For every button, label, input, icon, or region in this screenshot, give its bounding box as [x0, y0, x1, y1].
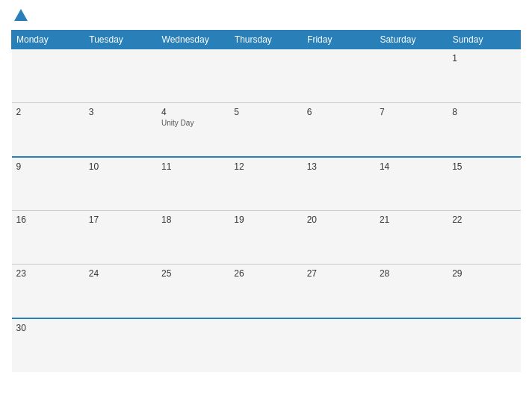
day-number: 20	[307, 214, 371, 225]
day-number: 18	[161, 214, 225, 225]
day-cell: 21	[375, 211, 448, 265]
day-number: 12	[234, 161, 297, 172]
day-cell: 20	[303, 211, 375, 265]
day-cell: 29	[448, 265, 520, 318]
week-row-4: 23242526272829	[12, 265, 521, 318]
calendar-page: MondayTuesdayWednesdayThursdayFridaySatu…	[0, 0, 532, 411]
logo-icon	[13, 7, 29, 24]
day-number: 15	[452, 161, 516, 172]
day-cell: 16	[12, 211, 84, 265]
day-cell	[303, 49, 375, 103]
day-number: 8	[452, 107, 516, 117]
day-number: 23	[16, 268, 80, 279]
day-number: 10	[89, 161, 152, 172]
weekday-header-row: MondayTuesdayWednesdayThursdayFridaySatu…	[12, 31, 521, 49]
day-cell: 8	[448, 103, 520, 157]
day-cell: 6	[303, 103, 375, 157]
day-number: 13	[307, 161, 371, 172]
week-row-1: 234Unity Day5678	[12, 103, 521, 157]
day-number: 19	[234, 214, 297, 225]
day-cell	[448, 318, 520, 372]
svg-marker-0	[14, 9, 28, 21]
week-row-5: 30	[12, 318, 521, 372]
header	[11, 7, 521, 24]
day-number: 14	[380, 161, 443, 172]
day-cell: 24	[84, 265, 157, 318]
day-cell: 10	[84, 157, 157, 211]
week-row-3: 16171819202122	[12, 211, 521, 265]
calendar-body: 1234Unity Day567891011121314151617181920…	[12, 49, 521, 372]
day-cell	[157, 318, 229, 372]
day-cell	[229, 49, 302, 103]
calendar-header: MondayTuesdayWednesdayThursdayFridaySatu…	[12, 31, 521, 49]
day-cell: 2	[12, 103, 84, 157]
day-number: 11	[161, 161, 225, 172]
day-cell: 22	[448, 211, 520, 265]
weekday-header-friday: Friday	[303, 31, 375, 49]
day-number: 6	[307, 107, 371, 117]
weekday-header-tuesday: Tuesday	[84, 31, 157, 49]
day-cell: 17	[84, 211, 157, 265]
day-cell: 14	[375, 157, 448, 211]
day-cell: 28	[375, 265, 448, 318]
weekday-header-saturday: Saturday	[375, 31, 448, 49]
day-cell: 19	[229, 211, 302, 265]
day-cell: 30	[12, 318, 84, 372]
day-cell: 12	[229, 157, 302, 211]
day-number: 4	[161, 107, 225, 117]
day-cell	[84, 318, 157, 372]
weekday-header-wednesday: Wednesday	[157, 31, 229, 49]
day-number: 26	[234, 268, 297, 279]
day-number: 28	[380, 268, 443, 279]
day-cell: 5	[229, 103, 302, 157]
day-cell	[157, 49, 229, 103]
day-cell: 9	[12, 157, 84, 211]
holiday-label: Unity Day	[161, 119, 225, 127]
day-cell	[84, 49, 157, 103]
day-number: 17	[89, 214, 152, 225]
day-cell	[375, 318, 448, 372]
day-number: 30	[16, 323, 80, 333]
day-cell	[303, 318, 375, 372]
day-number: 3	[89, 107, 152, 117]
day-number: 5	[234, 107, 297, 117]
day-number: 22	[452, 214, 516, 225]
day-cell: 27	[303, 265, 375, 318]
day-cell: 23	[12, 265, 84, 318]
weekday-header-sunday: Sunday	[448, 31, 520, 49]
day-number: 21	[380, 214, 443, 225]
logo	[11, 7, 31, 24]
day-cell	[375, 49, 448, 103]
weekday-header-thursday: Thursday	[229, 31, 302, 49]
day-cell	[229, 318, 302, 372]
day-cell: 4Unity Day	[157, 103, 229, 157]
day-cell: 11	[157, 157, 229, 211]
day-number: 25	[161, 268, 225, 279]
day-cell: 26	[229, 265, 302, 318]
day-number: 7	[380, 107, 443, 117]
day-cell: 13	[303, 157, 375, 211]
day-number: 1	[452, 53, 516, 64]
day-number: 9	[16, 161, 80, 172]
day-cell: 7	[375, 103, 448, 157]
day-number: 2	[16, 107, 80, 117]
day-cell: 25	[157, 265, 229, 318]
day-number: 16	[16, 214, 80, 225]
day-number: 29	[452, 268, 516, 279]
weekday-header-monday: Monday	[12, 31, 84, 49]
week-row-0: 1	[12, 49, 521, 103]
day-cell	[12, 49, 84, 103]
day-number: 27	[307, 268, 371, 279]
day-cell: 1	[448, 49, 520, 103]
day-cell: 15	[448, 157, 520, 211]
day-number: 24	[89, 268, 152, 279]
week-row-2: 9101112131415	[12, 157, 521, 211]
day-cell: 18	[157, 211, 229, 265]
calendar-table: MondayTuesdayWednesdayThursdayFridaySatu…	[11, 30, 521, 372]
day-cell: 3	[84, 103, 157, 157]
